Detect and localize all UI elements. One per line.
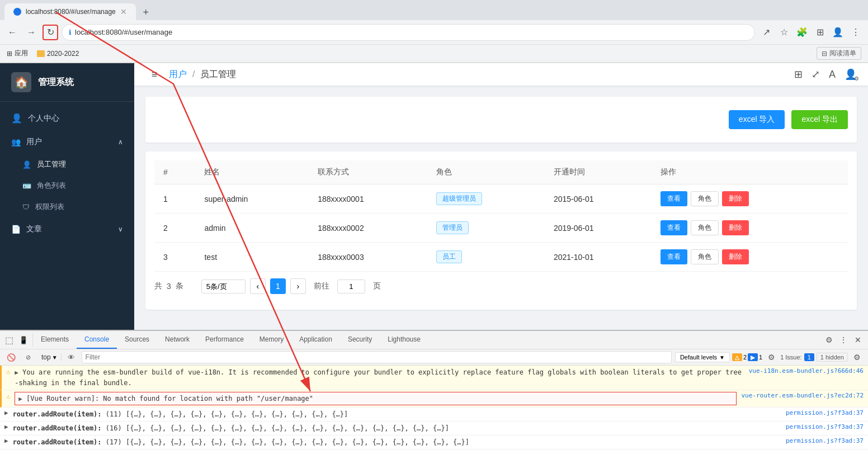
reading-list-btn[interactable]: ⊟ 阅读清单 [817, 47, 861, 60]
sidebar-item-permissions[interactable]: 🛡 权限列表 [11, 196, 134, 217]
prev-page-btn[interactable]: ‹ [250, 278, 266, 294]
reload-btn[interactable]: ↻ [43, 25, 58, 40]
devtools-tab-security[interactable]: Security [340, 331, 380, 349]
devtools-tab-lighthouse[interactable]: Lighthouse [380, 331, 428, 349]
dt-more-icon[interactable]: ⋮ [837, 333, 850, 347]
sidebar-item-roles-label: 角色列表 [37, 181, 66, 191]
share-btn[interactable]: ↗ [758, 25, 774, 40]
dt-inspect-btn[interactable]: ⬚ [2, 333, 16, 347]
delete-btn[interactable]: 删除 [722, 220, 749, 235]
pagination-total-suffix: 条 [176, 281, 183, 291]
devtools-panel: ⬚ 📱 ElementsConsoleSourcesNetworkPerform… [0, 330, 868, 469]
col-name: 姓名 [195, 160, 309, 184]
page-size-select[interactable]: 5条/页10条/页20条/页 [201, 279, 246, 293]
user-settings-icon[interactable]: 👤⚙ [845, 68, 857, 80]
dt-settings-icon[interactable]: ⚙ [822, 333, 836, 347]
users-group-icon: 👥 [11, 138, 21, 146]
layout-icon[interactable]: ⊞ [794, 68, 803, 80]
console-line: ⚠ ▶ [Vue Router warn]: No match found fo… [0, 390, 868, 408]
console-source-link[interactable]: permission.js?f3ad:37 [786, 423, 864, 430]
expand-arrow[interactable]: ▶ [4, 423, 8, 430]
console-filter-input[interactable] [82, 351, 672, 363]
sidebar-item-roles[interactable]: 🪪 角色列表 [11, 175, 134, 196]
console-clear-icon[interactable]: 🚫 [4, 350, 18, 364]
console-source-link[interactable]: vue-i18n.esm-bundler.js?666d:46 [749, 367, 864, 375]
forward-btn[interactable]: → [23, 25, 39, 40]
console-source-link[interactable]: permission.js?f3ad:37 [786, 409, 864, 416]
cell-id: 3 [154, 243, 195, 272]
role-btn[interactable]: 角色 [691, 220, 719, 235]
tab-close-icon[interactable]: ✕ [120, 7, 127, 16]
next-page-btn[interactable]: › [290, 278, 306, 294]
bookmark-folder-item[interactable]: 2020-2022 [37, 50, 79, 58]
table-row: 1 super-admin 188xxxx0001 超级管理员 2015-06-… [154, 184, 848, 214]
expand-arrow[interactable]: ▶ [4, 437, 8, 444]
sidebar-item-employee[interactable]: 👤 员工管理 [11, 154, 134, 175]
devtools-tab-sources[interactable]: Sources [117, 331, 157, 349]
view-btn[interactable]: 查看 [661, 249, 687, 264]
fullscreen-icon[interactable]: ⤢ [812, 68, 820, 80]
console-eye-icon[interactable]: 👁 [65, 350, 78, 364]
apps-grid-icon: ⊞ [7, 50, 12, 58]
cell-role: 管理员 [427, 214, 545, 243]
expand-arrow[interactable]: ▶ [4, 409, 8, 416]
default-levels-btn[interactable]: Default levels ▼ [675, 352, 730, 362]
devtools-tab-console[interactable]: Console [77, 331, 117, 349]
address-bar[interactable]: ℹ localhost:8080/#/user/manage [62, 24, 755, 41]
sidebar-item-personal-label: 个人中心 [28, 113, 59, 124]
back-btn[interactable]: ← [4, 25, 20, 40]
dt-settings3-icon[interactable]: ⚙ [850, 350, 864, 364]
console-source-link[interactable]: permission.js?f3ad:37 [786, 437, 864, 444]
delete-btn[interactable]: 删除 [722, 249, 749, 264]
console-source-link[interactable]: vue-router.esm-bundler.js?ec2d:72 [741, 392, 864, 399]
sidebar-item-articles[interactable]: 📄 文章 ∨ [0, 217, 134, 241]
cell-date: 2021-10-01 [545, 243, 652, 272]
view-btn[interactable]: 查看 [661, 220, 687, 235]
devtools-tab-performance[interactable]: Performance [197, 331, 252, 349]
excel-export-btn[interactable]: excel 导出 [791, 110, 848, 129]
action-card: excel 导入 excel 导出 [145, 97, 857, 143]
employee-icon: 👤 [22, 160, 31, 169]
profile-btn[interactable]: 👤 [830, 25, 846, 40]
excel-import-btn[interactable]: excel 导入 [729, 110, 785, 129]
expand-arrow[interactable]: ▶ [18, 395, 22, 402]
devtools-tab-memory[interactable]: Memory [252, 331, 291, 349]
sidebar-group-users-label: 用户 [26, 137, 42, 147]
reading-list-icon: ⊟ [822, 50, 827, 58]
role-btn[interactable]: 角色 [691, 249, 719, 264]
breadcrumb-parent[interactable]: 用户 [169, 69, 187, 80]
console-line: ▶ router.addRoute(item): (17) [{…}, {…},… [0, 435, 868, 449]
font-icon[interactable]: A [829, 69, 836, 80]
view-btn[interactable]: 查看 [661, 191, 687, 206]
browser-tab[interactable]: localhost:8080/#/user/manage ✕ [4, 3, 136, 20]
console-top-dropdown-icon[interactable]: ▼ [52, 354, 58, 361]
issues-count-label: 1 Issue: [780, 354, 802, 361]
devtools-tab-application[interactable]: Application [291, 331, 340, 349]
employee-table: # 姓名 联系方式 角色 开通时间 操作 1 super-admin 1 [154, 160, 848, 272]
page-1-btn[interactable]: 1 [270, 278, 286, 294]
devtools-tab-network[interactable]: Network [157, 331, 197, 349]
dt-close-icon[interactable]: ✕ [851, 333, 865, 347]
role-btn[interactable]: 角色 [691, 191, 719, 206]
devtools-tab-elements[interactable]: Elements [33, 331, 77, 349]
console-filter-icon[interactable]: ⊘ [21, 350, 35, 364]
logo-text: 管理系统 [38, 77, 74, 88]
console-line: ▶ router.addRoute(item): (11) [{…}, {…},… [0, 408, 868, 421]
bookmark-apps[interactable]: ⊞ 应用 [7, 49, 28, 58]
expand-arrow[interactable]: ▶ [15, 369, 18, 376]
dt-device-btn[interactable]: 📱 [17, 333, 30, 347]
sidebar-group-users-header[interactable]: 👥 用户 ∧ [0, 130, 134, 154]
goto-input[interactable] [337, 279, 365, 293]
dt-settings2-icon[interactable]: ⚙ [765, 350, 778, 364]
bookmark-btn[interactable]: ☆ [776, 25, 792, 40]
cast-btn[interactable]: ⊞ [812, 25, 828, 40]
extensions-btn[interactable]: 🧩 [794, 25, 810, 40]
sidebar-item-personal[interactable]: 👤 个人中心 [0, 106, 134, 130]
hamburger-btn[interactable]: ≡ [145, 65, 163, 83]
menu-btn[interactable]: ⋮ [848, 25, 864, 40]
new-tab-btn[interactable]: + [138, 4, 154, 20]
console-line: ▶ router.addRoute(item): (16) [{…}, {…},… [0, 421, 868, 435]
bookmark-apps-label: 应用 [15, 49, 28, 58]
breadcrumb-current: 员工管理 [200, 69, 236, 80]
delete-btn[interactable]: 删除 [722, 191, 749, 206]
